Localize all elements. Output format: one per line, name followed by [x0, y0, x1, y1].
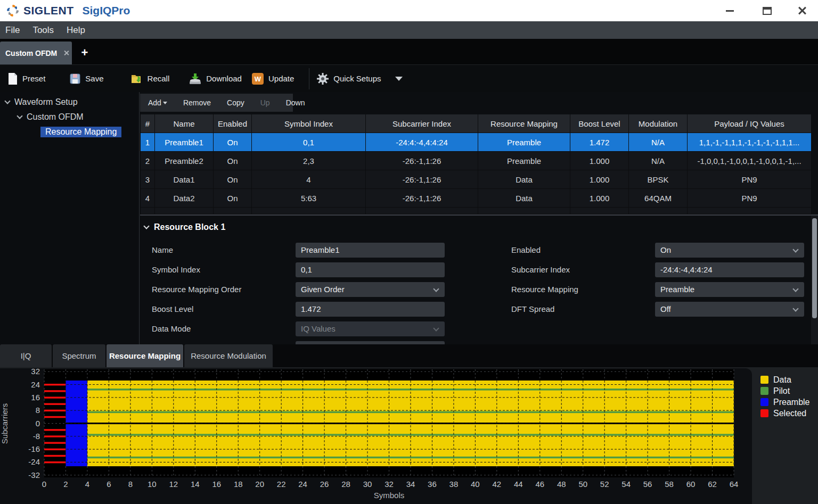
cell-boost_level: 1.472: [570, 133, 629, 152]
svg-text:14: 14: [191, 480, 200, 489]
main-area: Waveform Setup Custom OFDM Resource Mapp…: [0, 92, 818, 344]
field-value: 1.472: [301, 304, 321, 313]
cell-enabled: On: [214, 152, 252, 170]
recall-button[interactable]: Recall: [130, 73, 170, 85]
down-button[interactable]: Down: [278, 98, 313, 107]
table-row-preamble1[interactable]: 1Preamble1On0,1-24:4:-4,4:4:24Preamble1.…: [140, 133, 812, 152]
chevron-down-icon: [4, 98, 10, 104]
save-button[interactable]: Save: [69, 73, 103, 85]
cell-subcarrier_index: -26:-1,1:26: [366, 189, 478, 208]
form-row: Symbol Index0,1: [152, 260, 450, 279]
cell-name: Data1: [155, 170, 214, 189]
minimize-button[interactable]: [717, 0, 742, 21]
tab-resource-mapping[interactable]: Resource Mapping: [107, 344, 183, 367]
column-header[interactable]: Symbol Index: [252, 114, 366, 133]
column-header[interactable]: #: [140, 114, 155, 133]
update-button[interactable]: W Update: [251, 72, 294, 85]
tab-resource-modulation[interactable]: Resource Modulation: [184, 344, 273, 367]
chevron-down-icon: [433, 286, 439, 292]
table-row-preamble2[interactable]: 2Preamble2On2,3-26:-1,1:26Preamble1.000N…: [140, 152, 812, 170]
cell-modulation: N/A: [629, 152, 688, 170]
column-header[interactable]: Modulation: [629, 114, 688, 133]
brand-text: SIGLENT: [23, 4, 74, 17]
chevron-down-icon: [143, 223, 149, 229]
field-resource-mapping-select[interactable]: Preamble: [655, 282, 804, 297]
waveform-tree: Waveform Setup Custom OFDM Resource Mapp…: [0, 92, 140, 344]
field-symbol-index-input[interactable]: 0,1: [296, 262, 445, 277]
form-row: Data ModeIQ Values: [152, 319, 450, 338]
form-scrollbar-thumb[interactable]: [812, 218, 817, 318]
table-row-data2[interactable]: 4Data2On5:63-26:-1,1:26Data1.00064QAMPN9: [140, 189, 812, 208]
form-row: Resource Mapping OrderGiven Order: [152, 279, 450, 299]
svg-text:8: 8: [128, 480, 133, 489]
tree-item-custom-ofdm[interactable]: Custom OFDM: [0, 110, 139, 123]
maximize-button[interactable]: [754, 0, 780, 21]
menu-item-file[interactable]: File: [5, 25, 20, 36]
resource-block-panel: Resource Block 1 NamePreamble1Symbol Ind…: [140, 214, 818, 344]
up-button[interactable]: Up: [252, 98, 278, 107]
table-row-data1[interactable]: 3Data1On4-26:-1,1:26Data1.000BPSKPN9: [140, 170, 812, 189]
menu-item-tools[interactable]: Tools: [32, 25, 54, 36]
resource-block-header[interactable]: Resource Block 1: [140, 216, 818, 232]
remove-button[interactable]: Remove: [175, 98, 219, 107]
field-value: 0,1: [301, 265, 312, 274]
quick-setups-caret-icon[interactable]: [395, 77, 403, 81]
svg-text:42: 42: [493, 480, 502, 489]
column-header[interactable]: Enabled: [214, 114, 252, 133]
field-enabled-select[interactable]: On: [655, 243, 804, 258]
folder-recall-icon: [130, 73, 143, 85]
tab-label: Custom OFDM: [5, 49, 57, 57]
tree-item-resource-mapping[interactable]: Resource Mapping: [0, 125, 139, 138]
cell-symbol_index: 0,1: [252, 133, 366, 152]
tab-custom-ofdm[interactable]: Custom OFDM: [0, 42, 72, 64]
cell-enabled: On: [214, 133, 252, 152]
add-button[interactable]: Add: [140, 98, 175, 107]
svg-text:0: 0: [42, 480, 46, 489]
column-header[interactable]: Boost Level: [570, 114, 629, 133]
gear-icon: [316, 72, 329, 85]
field-resource-mapping-order-select[interactable]: Given Order: [296, 282, 445, 297]
siglent-logo-icon: [5, 3, 20, 18]
cell-boost_level: 1.000: [570, 189, 629, 208]
field-label: Subcarrier Index: [511, 265, 655, 274]
field-data-mode-select[interactable]: IQ Values: [296, 321, 445, 336]
svg-text:6: 6: [107, 480, 111, 489]
resource-mapping-chart: 0246810121416182022242628303234363840424…: [0, 367, 818, 504]
svg-text:8: 8: [36, 406, 40, 415]
field-subcarrier-index-input[interactable]: -24:4:-4,4:4:24: [655, 262, 804, 277]
column-header[interactable]: Resource Mapping: [478, 114, 570, 133]
field-boost-level-input[interactable]: 1.472: [296, 302, 445, 317]
quick-setups-button[interactable]: Quick Setups: [316, 72, 381, 85]
cell-resource_mapping: Preamble: [478, 133, 570, 152]
close-button[interactable]: [789, 0, 815, 21]
tab-close-icon[interactable]: [63, 50, 69, 56]
tab-spectrum[interactable]: Spectrum: [53, 344, 105, 367]
preset-button[interactable]: Preset: [7, 72, 45, 85]
copy-button[interactable]: Copy: [219, 98, 252, 107]
cell-enabled: On: [214, 170, 252, 189]
cell-resource_mapping: Preamble: [478, 152, 570, 170]
app-name: SigIQPro: [83, 4, 130, 17]
tab-iq[interactable]: I|Q: [0, 344, 52, 367]
add-caret-icon: [163, 102, 167, 104]
column-header[interactable]: Subcarrier Index: [366, 114, 478, 133]
download-button[interactable]: Download: [189, 72, 242, 85]
field-name-input[interactable]: Preamble1: [296, 243, 445, 258]
cell-name: Preamble1: [155, 133, 214, 152]
cell-resource_mapping: Data: [478, 170, 570, 189]
svg-text:-32: -32: [28, 470, 40, 480]
form-row: NamePreamble1: [152, 240, 450, 260]
column-header[interactable]: Payload / IQ Values: [688, 114, 812, 133]
tree-item-waveform-setup[interactable]: Waveform Setup: [0, 95, 139, 109]
svg-text:4: 4: [85, 480, 89, 489]
svg-text:40: 40: [471, 480, 480, 489]
column-header[interactable]: Name: [155, 114, 214, 133]
field-dft-spread-select[interactable]: Off: [655, 302, 804, 317]
new-tab-button[interactable]: +: [78, 44, 92, 61]
legend-swatch: [760, 376, 768, 384]
svg-text:20: 20: [255, 480, 264, 489]
field-label: Boost Level: [152, 304, 296, 313]
menu-item-help[interactable]: Help: [67, 25, 85, 36]
svg-text:48: 48: [557, 480, 566, 489]
chevron-down-icon: [792, 286, 798, 292]
